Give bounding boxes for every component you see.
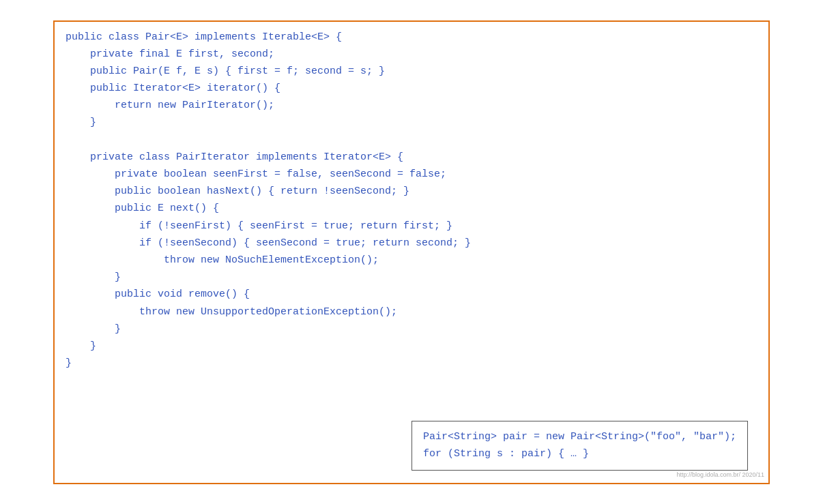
- tooltip-box: Pair<String> pair = new Pair<String>("fo…: [411, 421, 748, 471]
- watermark: http://blog.idola.com.br/ 2020/11: [676, 470, 764, 479]
- code-content: public class Pair<E> implements Iterable…: [66, 29, 757, 372]
- code-box: public class Pair<E> implements Iterable…: [53, 20, 770, 484]
- main-container: public class Pair<E> implements Iterable…: [0, 0, 823, 504]
